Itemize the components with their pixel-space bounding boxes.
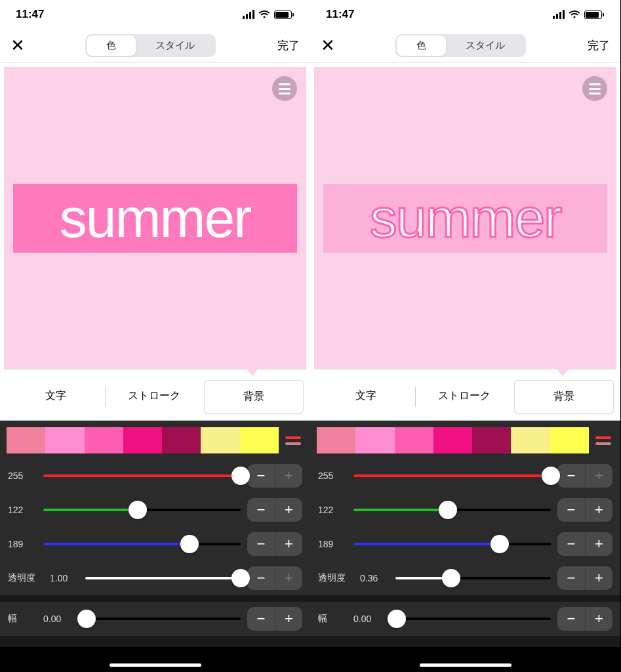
blue-slider[interactable]	[43, 536, 241, 552]
minus-button[interactable]: −	[557, 607, 585, 631]
red-stepper: − +	[247, 464, 302, 488]
red-stepper: − +	[557, 464, 612, 488]
minus-button[interactable]: −	[247, 532, 275, 556]
green-value: 122	[318, 505, 347, 515]
status-bar: 11:47	[310, 0, 620, 29]
slider-red: 255 − +	[0, 459, 310, 493]
canvas-menu-icon[interactable]	[272, 76, 297, 101]
swatch[interactable]	[201, 427, 239, 453]
red-slider[interactable]	[353, 468, 551, 484]
tab-stroke[interactable]: ストローク	[105, 380, 203, 413]
home-indicator[interactable]	[420, 663, 511, 667]
plus-button[interactable]: +	[275, 566, 302, 590]
plus-button[interactable]: +	[585, 607, 612, 631]
green-value: 122	[8, 505, 37, 515]
minus-button[interactable]: −	[247, 464, 275, 488]
pointer-icon	[246, 368, 259, 376]
text-box[interactable]: summer	[323, 184, 607, 253]
segment-color[interactable]: 色	[397, 35, 446, 56]
nav-bar: ✕ 色 スタイル 完了	[0, 29, 310, 63]
minus-button[interactable]: −	[557, 464, 585, 488]
green-slider[interactable]	[43, 502, 241, 518]
slider-blue: 189 − +	[310, 527, 620, 561]
tab-stroke[interactable]: ストローク	[415, 380, 513, 413]
section-divider	[0, 595, 310, 602]
status-bar: 11:47	[0, 0, 310, 29]
swatch[interactable]	[85, 427, 123, 453]
minus-button[interactable]: −	[247, 498, 275, 522]
tab-text[interactable]: 文字	[7, 380, 105, 413]
opacity-slider[interactable]	[85, 570, 241, 586]
swatch[interactable]	[240, 427, 279, 453]
close-button[interactable]: ✕	[10, 35, 34, 56]
close-button[interactable]: ✕	[321, 35, 344, 56]
swatch[interactable]	[433, 427, 472, 453]
plus-button[interactable]: +	[275, 498, 302, 522]
slider-green: 122 − +	[310, 493, 620, 527]
swatch[interactable]	[7, 427, 45, 453]
minus-button[interactable]: −	[247, 607, 275, 631]
swatch[interactable]	[162, 427, 201, 453]
blue-stepper: − +	[247, 532, 302, 556]
home-indicator-area	[310, 647, 620, 672]
plus-button[interactable]: +	[275, 532, 302, 556]
done-button[interactable]: 完了	[577, 38, 610, 53]
swatch[interactable]	[511, 427, 550, 453]
red-slider[interactable]	[43, 468, 241, 484]
green-slider[interactable]	[353, 502, 551, 518]
cellular-signal-icon	[243, 10, 254, 19]
home-indicator[interactable]	[110, 663, 201, 667]
minus-button[interactable]: −	[557, 566, 585, 590]
status-time: 11:47	[16, 8, 44, 21]
text-attribute-tabs: 文字 ストローク 背景	[310, 373, 620, 421]
plus-button[interactable]: +	[585, 566, 612, 590]
swatch[interactable]	[550, 427, 589, 453]
width-slider[interactable]	[389, 611, 551, 627]
canvas-menu-icon[interactable]	[582, 76, 607, 101]
segment-style[interactable]: スタイル	[136, 35, 214, 56]
swatch[interactable]	[45, 427, 84, 453]
plus-button[interactable]: +	[585, 498, 612, 522]
swatch[interactable]	[472, 427, 511, 453]
swatch-menu-icon[interactable]	[285, 436, 304, 445]
blue-value: 189	[8, 539, 37, 549]
opacity-value: 0.36	[360, 573, 389, 583]
plus-button[interactable]: +	[585, 464, 612, 488]
canvas[interactable]: summer	[4, 67, 306, 369]
tab-text[interactable]: 文字	[317, 380, 415, 413]
segment-control: 色 スタイル	[34, 34, 267, 57]
pointer-icon	[556, 368, 569, 376]
red-value: 255	[318, 471, 347, 481]
slider-width: 幅 0.00 − +	[310, 602, 620, 636]
wifi-icon	[569, 10, 580, 19]
plus-button[interactable]: +	[275, 607, 302, 631]
done-button[interactable]: 完了	[267, 38, 300, 53]
width-slider[interactable]	[79, 611, 241, 627]
minus-button[interactable]: −	[557, 498, 585, 522]
text-box[interactable]: summer	[13, 184, 297, 253]
screen-left: 11:47 ✕ 色 スタイル 完了 summer 文字 スト	[0, 0, 310, 672]
plus-button[interactable]: +	[275, 464, 302, 488]
minus-button[interactable]: −	[557, 532, 585, 556]
swatch-menu-icon[interactable]	[595, 436, 614, 445]
wifi-icon	[258, 10, 270, 19]
swatch[interactable]	[123, 427, 162, 453]
swatch[interactable]	[395, 427, 433, 453]
segment-control: 色 スタイル	[344, 34, 577, 57]
width-stepper: − +	[557, 607, 612, 631]
plus-button[interactable]: +	[585, 532, 612, 556]
tab-background[interactable]: 背景	[514, 380, 614, 413]
canvas-text: summer	[323, 186, 607, 250]
segment-style[interactable]: スタイル	[446, 35, 525, 56]
minus-button[interactable]: −	[247, 566, 275, 590]
segment-color[interactable]: 色	[87, 35, 136, 56]
swatch[interactable]	[317, 427, 355, 453]
canvas[interactable]: summer	[314, 67, 616, 369]
swatch[interactable]	[355, 427, 394, 453]
opacity-stepper: − +	[247, 566, 302, 590]
status-time: 11:47	[326, 8, 354, 21]
tab-background[interactable]: 背景	[204, 380, 304, 413]
canvas-area: summer	[0, 63, 310, 373]
opacity-slider[interactable]	[395, 570, 551, 586]
blue-slider[interactable]	[353, 536, 551, 552]
